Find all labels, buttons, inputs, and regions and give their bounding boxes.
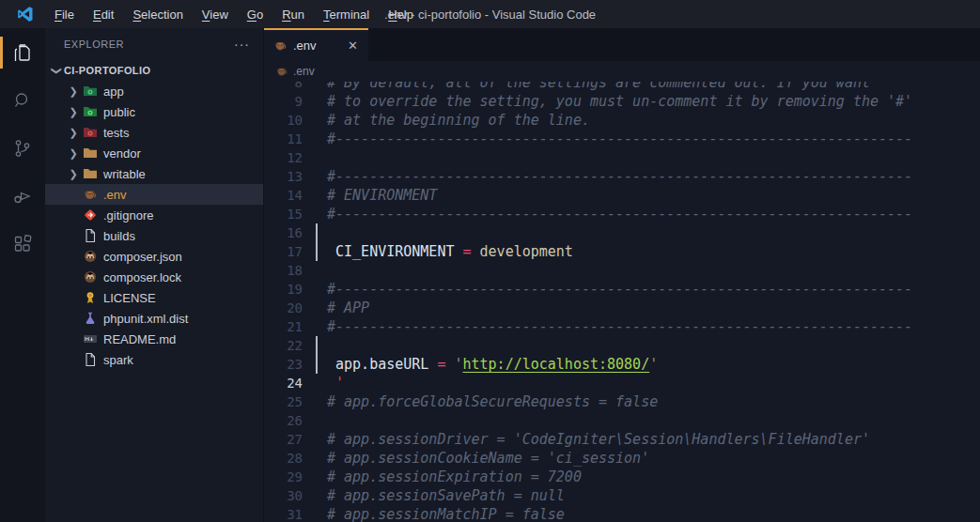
- file-icon: [83, 228, 98, 243]
- code-line-26[interactable]: 26: [264, 411, 980, 430]
- line-content: # app.sessionDriver = 'CodeIgniter\Sessi…: [303, 430, 870, 449]
- coffee-icon: [83, 187, 98, 202]
- folder-public-icon: [83, 104, 98, 119]
- tree-item-tests[interactable]: ❯tests: [45, 122, 263, 143]
- sidebar-header: EXPLORER ···: [45, 28, 263, 60]
- menu-view[interactable]: View: [194, 4, 237, 25]
- line-content: #---------------------------------------…: [303, 205, 912, 223]
- line-content: #---------------------------------------…: [303, 130, 912, 148]
- tree-item-label: composer.lock: [103, 270, 181, 284]
- tree-item-spark[interactable]: spark: [45, 349, 263, 370]
- code-line-21[interactable]: 21#-------------------------------------…: [264, 317, 980, 336]
- code-line-31[interactable]: 31# app.sessionMatchIP = false: [264, 505, 980, 522]
- line-content: [303, 411, 327, 430]
- line-number: 26: [264, 411, 303, 430]
- code-line-12[interactable]: 12: [264, 148, 980, 167]
- code-line-9[interactable]: 9# to override the setting, you must un-…: [264, 92, 980, 111]
- code-line-24[interactable]: 24 ': [264, 374, 980, 392]
- tree-item-LICENSE[interactable]: LICENSE: [45, 287, 263, 308]
- line-content: # app.sessionExpiration = 7200: [303, 468, 582, 486]
- source-control-icon[interactable]: [0, 126, 45, 171]
- sidebar-title: EXPLORER: [64, 38, 230, 50]
- tree-item-composer-json[interactable]: composer.json: [45, 246, 263, 267]
- extensions-icon[interactable]: [0, 222, 45, 267]
- tree-item-writable[interactable]: ❯writable: [45, 163, 263, 184]
- code-line-22[interactable]: 22: [264, 336, 980, 355]
- line-number: 20: [264, 299, 303, 317]
- chevron-right-icon: ❯: [66, 127, 81, 139]
- code-line-19[interactable]: 19#-------------------------------------…: [264, 280, 980, 299]
- code-line-10[interactable]: 10# at the beginning of the line.: [264, 111, 980, 130]
- line-content: # app.sessionCookieName = 'ci_session': [303, 449, 649, 468]
- tree-item-app[interactable]: ❯app: [45, 81, 263, 101]
- tree-item-label: .env: [103, 188, 127, 202]
- code-line-28[interactable]: 28# app.sessionCookieName = 'ci_session': [264, 449, 980, 468]
- menu-edit[interactable]: Edit: [85, 4, 122, 25]
- tab-strip: .env ✕: [264, 28, 980, 61]
- tree-item-label: builds: [103, 229, 135, 243]
- line-number: 8: [264, 82, 303, 92]
- tree-item-label: .gitignore: [103, 208, 153, 223]
- tree-item-label: phpunit.xml.dist: [103, 312, 188, 326]
- code-line-16[interactable]: 16: [264, 223, 980, 242]
- code-line-20[interactable]: 20# APP: [264, 299, 980, 317]
- tree-root-ci-portofolio[interactable]: ❯ CI-PORTOFOLIO: [45, 60, 263, 81]
- tree-item-public[interactable]: ❯public: [45, 101, 263, 122]
- menu-run[interactable]: Run: [273, 4, 313, 25]
- tree-item-label: app: [103, 84, 124, 99]
- composer-icon: [83, 269, 98, 284]
- code-line-30[interactable]: 30# app.sessionSavePath = null: [264, 486, 980, 505]
- code-line-13[interactable]: 13#-------------------------------------…: [264, 167, 980, 186]
- tree-item-label: public: [103, 105, 135, 119]
- code-line-8[interactable]: 8# By default, all of the settings are c…: [264, 82, 980, 92]
- menu-selection[interactable]: Selection: [124, 4, 191, 25]
- tree-item-phpunit-xml-dist[interactable]: phpunit.xml.dist: [45, 308, 263, 329]
- code-line-25[interactable]: 25# app.forceGlobalSecureRequests = fals…: [264, 392, 980, 411]
- line-number: 17: [264, 242, 303, 261]
- search-icon[interactable]: [0, 78, 45, 123]
- tree-item-label: tests: [103, 126, 129, 140]
- main-area: EXPLORER ··· ❯ CI-PORTOFOLIO ❯app❯public…: [0, 28, 980, 522]
- folder-icon: [83, 146, 98, 161]
- code-line-18[interactable]: 18: [264, 261, 980, 280]
- menu-terminal[interactable]: Terminal: [315, 4, 378, 25]
- tree-item-README-md[interactable]: README.md: [45, 329, 263, 349]
- tree-item-env[interactable]: .env: [45, 184, 263, 205]
- line-content: #---------------------------------------…: [303, 280, 912, 299]
- line-number: 12: [264, 148, 303, 167]
- tree-item-builds[interactable]: builds: [45, 225, 263, 246]
- line-number: 22: [264, 336, 303, 355]
- line-number: 29: [264, 468, 303, 486]
- run-debug-icon[interactable]: [0, 174, 45, 219]
- line-content: ': [303, 374, 344, 392]
- explorer-icon[interactable]: [0, 30, 45, 75]
- code-line-14[interactable]: 14# ENVIRONMENT: [264, 186, 980, 205]
- code-line-27[interactable]: 27# app.sessionDriver = 'CodeIgniter\Ses…: [264, 430, 980, 449]
- code-line-15[interactable]: 15#-------------------------------------…: [264, 205, 980, 223]
- tree-item-composer-lock[interactable]: composer.lock: [45, 267, 263, 287]
- menu-file[interactable]: File: [46, 4, 83, 25]
- more-actions-icon[interactable]: ···: [230, 37, 254, 52]
- tab-env[interactable]: .env ✕: [264, 28, 368, 61]
- line-number: 15: [264, 205, 303, 223]
- line-content: # app.sessionSavePath = null: [303, 486, 565, 505]
- code-line-17[interactable]: 17 CI_ENVIRONMENT = development: [264, 242, 980, 261]
- menu-go[interactable]: Go: [239, 4, 272, 25]
- file-icon: [83, 352, 98, 367]
- tree-item-vendor[interactable]: ❯vendor: [45, 143, 263, 163]
- line-content: [303, 261, 327, 280]
- line-content: [303, 223, 327, 242]
- code-line-11[interactable]: 11#-------------------------------------…: [264, 130, 980, 148]
- composer-icon: [83, 249, 98, 264]
- breadcrumb[interactable]: .env: [264, 61, 980, 82]
- close-icon[interactable]: ✕: [345, 38, 361, 54]
- license-icon: [83, 290, 98, 305]
- menu-help[interactable]: Help: [380, 4, 422, 25]
- code-line-23[interactable]: 23 app.baseURL = 'http://localhost:8080/…: [264, 355, 980, 374]
- code-line-29[interactable]: 29# app.sessionExpiration = 7200: [264, 468, 980, 486]
- code-editor[interactable]: 8# By default, all of the settings are c…: [264, 82, 980, 522]
- tree-item-gitignore[interactable]: .gitignore: [45, 205, 263, 225]
- git-modified-indicator: [316, 242, 318, 261]
- folder-tests-icon: [83, 125, 98, 140]
- line-number: 14: [264, 186, 303, 205]
